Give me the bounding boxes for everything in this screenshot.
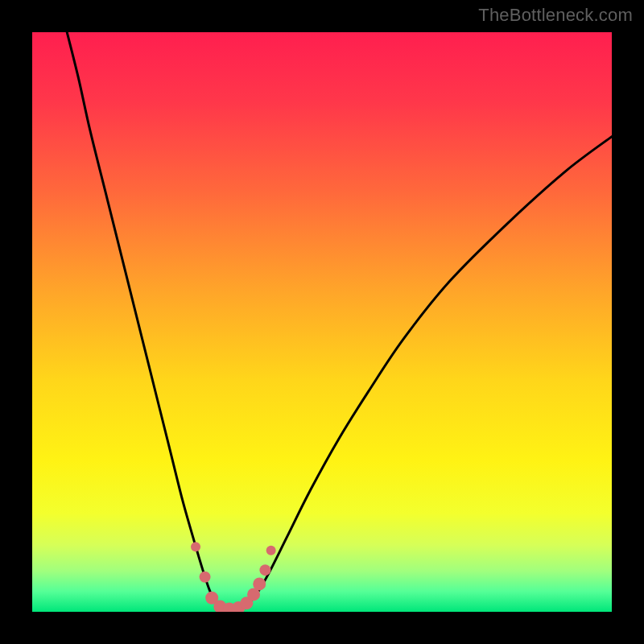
curve-layer	[32, 32, 612, 612]
chart-root: TheBottleneck.com	[0, 0, 644, 644]
highlight-dot	[253, 577, 266, 590]
highlight-dot	[259, 564, 270, 576]
highlight-dot	[200, 572, 211, 583]
plot-area	[32, 32, 612, 612]
watermark-label: TheBottleneck.com	[478, 5, 633, 26]
highlight-dots-group	[191, 542, 276, 612]
highlight-dot	[266, 546, 276, 555]
highlight-dot	[191, 542, 200, 551]
bottleneck-curve	[67, 32, 612, 609]
